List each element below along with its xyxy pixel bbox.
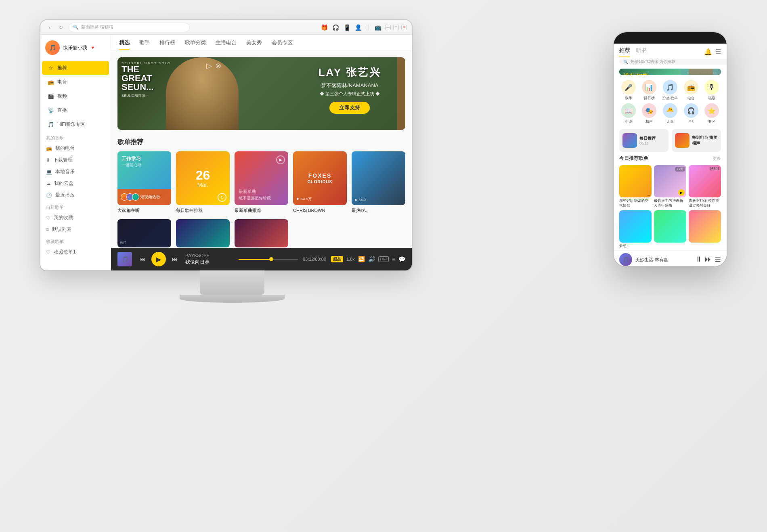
mini-avatars <box>121 193 138 201</box>
phone-banner-person-figure <box>689 69 713 75</box>
phone-playlist-item-4[interactable]: 梦想... <box>619 210 652 249</box>
headphone-icon[interactable]: 🎧 <box>332 23 340 31</box>
app-window: ‹ ↻ 🔍 蒙面唱将 猜猜猜 🎁 🎧 📱 👤 | 📺 — □ <box>40 20 412 270</box>
phone-icon-playlist-cat[interactable]: 🎵 分类·歌单 <box>661 80 679 101</box>
volume-icon[interactable]: 🔊 <box>368 256 375 262</box>
tv-icon[interactable]: 📺 <box>374 23 382 31</box>
cover-bg-1: 工作学习 一键随心听 <box>117 151 171 205</box>
tab-featured[interactable]: 精选 <box>119 36 130 50</box>
playlist-card-3[interactable]: 最新单曲 绝不遗漏把你珍藏 ▶ 最新单曲推荐 <box>235 151 288 214</box>
tab-beauty-show[interactable]: 美女秀 <box>246 36 262 50</box>
playlist-card-4[interactable]: FOXES GLORIOUS ▶ 54.6万 CHRIS BROWN <box>293 151 347 214</box>
sidebar-item-hifi[interactable]: 🎵 HiFi音乐专区 <box>42 118 109 131</box>
bottom-bar-label: 短视频热歌 <box>140 194 160 200</box>
phone-playlist-item-2[interactable]: 3.2万 ▶ 最具潜力的华语新人流行歌曲 <box>654 165 686 208</box>
sidebar-item-collected1[interactable]: ♡ 收藏歌单1 <box>40 246 111 258</box>
tab-charts[interactable]: 排行榜 <box>159 36 175 50</box>
sidebar-item-recommend[interactable]: ☆ 推荐 <box>42 61 109 75</box>
daily-card-2[interactable]: 每到电台 搞笑相声 <box>672 129 721 152</box>
phone-icon-zone[interactable]: ⭐ 专区 <box>702 103 721 124</box>
radio-icon: 📻 <box>48 79 54 86</box>
second-cover-2[interactable] <box>176 219 230 247</box>
phone-icon-novel[interactable]: 📖 小说 <box>619 103 638 124</box>
phone-icon-sing[interactable]: 🎙 唱聊 <box>702 80 721 101</box>
mini-next-icon[interactable]: ⏭ <box>705 255 712 264</box>
sidebar-item-radio[interactable]: 📻 电台 <box>42 75 109 89</box>
banner[interactable]: SEUNGRI FIRST SOLO THEGREATSEUN... SEUNG… <box>117 57 405 130</box>
play-overlay-icon: ▷ <box>206 61 212 70</box>
phone-tab-audiobook[interactable]: 听书 <box>636 47 647 57</box>
banner-person <box>166 57 239 130</box>
tab-vip[interactable]: 会员专区 <box>272 36 293 50</box>
phone-playlist-cover-1 <box>619 165 652 197</box>
search-placeholder: 蒙面唱将 猜猜猜 <box>81 24 113 30</box>
phone-playlist-item-1[interactable]: 那些好听到爆的空气情歌 <box>619 165 652 208</box>
phone-icon-singer[interactable]: 🎤 歌手 <box>619 80 638 101</box>
phone-cover-bg-4 <box>619 210 652 243</box>
minimize-button[interactable]: — <box>385 25 391 30</box>
singer-icon-label: 歌手 <box>625 96 632 101</box>
phone-icon-comedy[interactable]: 🎭 相声 <box>640 103 659 124</box>
phone-playlist-item-5[interactable] <box>654 210 686 249</box>
zone-icon-circle: ⭐ <box>704 103 719 118</box>
maximize-button[interactable]: □ <box>393 25 399 30</box>
progress-bar[interactable] <box>239 259 298 260</box>
sidebar-item-video[interactable]: 🎬 视频 <box>42 90 109 103</box>
phone-playlist-item-6[interactable] <box>689 210 721 249</box>
sidebar-item-live[interactable]: 📡 直播 <box>42 104 109 117</box>
mini-pause-icon[interactable]: ⏸ <box>695 255 702 264</box>
comment-icon[interactable]: 💬 <box>398 256 405 262</box>
back-button[interactable]: ‹ <box>45 23 54 32</box>
second-playlist-row: 热门 <box>117 219 405 247</box>
close-button[interactable]: ✕ <box>401 25 407 30</box>
search-bar[interactable]: 🔍 蒙面唱将 猜猜猜 <box>69 23 190 32</box>
phone-banner[interactable]: SONGS POPULAR 流行好歌 爆款好歌带你一路狂飙 <box>619 69 721 75</box>
playlist-cover-4: FOXES GLORIOUS ▶ 54.6万 <box>293 151 347 205</box>
phone-bell-icon[interactable]: 🔔 <box>704 48 712 56</box>
playlist-card-1[interactable]: 工作学习 一键随心听 <box>117 151 171 214</box>
tab-host-radio[interactable]: 主播电台 <box>216 36 237 50</box>
refresh-button[interactable]: ↻ <box>57 23 65 32</box>
playlist-card-2[interactable]: 26 Mar. ↻ 每日歌曲推荐 <box>176 151 230 214</box>
phone-icon-dj[interactable]: 🎧 DJ <box>682 103 700 124</box>
player-time: 03:12/00:00 <box>303 257 326 262</box>
sidebar-item-cloud[interactable]: ☁ 我的云盘 <box>40 178 111 189</box>
phone-icon-chart[interactable]: 📊 排行榜 <box>640 80 659 101</box>
banner-album-desc: ◆ 第三张个人专辑正式上线 ◆ <box>319 91 381 97</box>
mini-list-icon[interactable]: ☰ <box>715 255 721 264</box>
playlist-name-1: 大家都在听 <box>117 207 171 214</box>
phone-icon-children[interactable]: 🐣 儿童 <box>661 103 679 124</box>
phone-wrapper: 推荐 听书 🔔 ☰ 🔍 热爱105°C的你 为你推荐 SONGS POPULAR… <box>614 32 727 266</box>
tab-artists[interactable]: 歌手 <box>139 36 150 50</box>
phone-banner-title: 流行好歌 <box>623 73 660 75</box>
phone-icon[interactable]: 📱 <box>343 23 351 31</box>
tab-playlist-categories[interactable]: 歌单分类 <box>185 36 206 50</box>
player-song-title: 我像向日葵 <box>185 259 234 266</box>
phone-search-bar[interactable]: 🔍 热爱105°C的你 为你推荐 <box>619 59 727 65</box>
phone-playlist-item-3[interactable]: 12:52 青春不打烊 带你重温过去的美好 <box>689 165 721 208</box>
sidebar-item-local[interactable]: 💻 本地音乐 <box>40 166 111 178</box>
phone-more-button[interactable]: 更多 <box>713 156 721 161</box>
collected-label: 收藏歌单 <box>40 235 111 246</box>
phone-playlist-cover-6 <box>689 210 721 243</box>
daily-card-1[interactable]: 每日推荐 06/12 <box>619 129 669 152</box>
banner-support-button[interactable]: 立即支持 <box>329 102 370 114</box>
phone-tab-recommend[interactable]: 推荐 <box>619 47 630 57</box>
sidebar-item-my-radio[interactable]: 📻 我的电台 <box>40 142 111 154</box>
sidebar-item-favorites[interactable]: ♡ 我的收藏 <box>40 212 111 224</box>
phone-menu-icon[interactable]: ☰ <box>715 48 721 56</box>
next-button[interactable]: ⏭ <box>169 253 180 265</box>
sidebar-item-default-list[interactable]: ≡ 默认列表 <box>40 224 111 235</box>
sidebar-item-recent[interactable]: 🕐 最近播放 <box>40 189 111 201</box>
prev-button[interactable]: ⏮ <box>137 253 148 265</box>
second-cover-1[interactable]: 热门 <box>117 219 171 247</box>
play-button[interactable]: ▶ <box>151 252 166 266</box>
gift-icon[interactable]: 🎁 <box>321 23 329 31</box>
sidebar-item-download[interactable]: ⬇ 下载管理 <box>40 154 111 166</box>
phone-icon-fm[interactable]: 📻 电台 <box>682 80 700 101</box>
playlist-queue-icon[interactable]: ≡ <box>392 256 395 262</box>
playlist-card-5[interactable]: ▶ 54.0 最热欧... <box>352 151 405 214</box>
second-cover-3[interactable] <box>235 219 288 247</box>
repeat-icon[interactable]: 🔁 <box>358 256 365 262</box>
user-icon[interactable]: 👤 <box>354 23 363 31</box>
